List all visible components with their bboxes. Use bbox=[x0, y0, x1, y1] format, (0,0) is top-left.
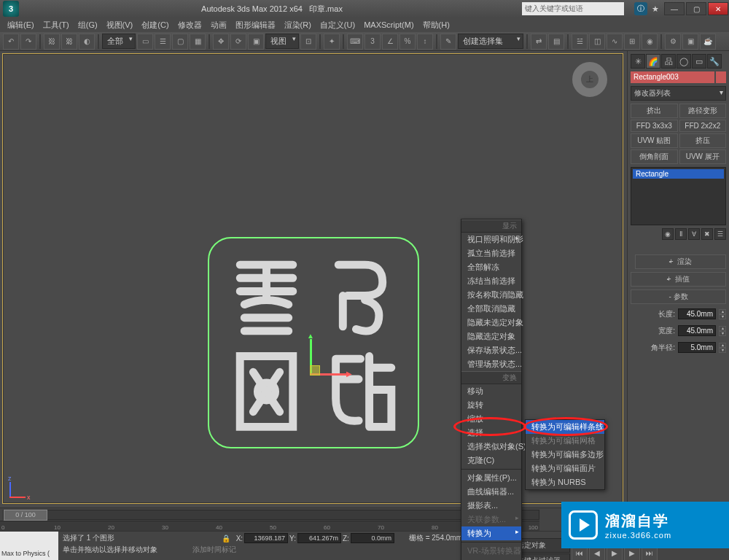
rollout-render[interactable]: +渲染 bbox=[635, 254, 726, 269]
remove-modifier-icon[interactable]: ✖ bbox=[701, 228, 713, 240]
percent-snap-button[interactable]: % bbox=[399, 34, 416, 50]
menu-tools[interactable]: 工具(T) bbox=[40, 18, 72, 32]
select-rotate-button[interactable]: ⟳ bbox=[230, 34, 246, 50]
material-editor-button[interactable]: ◉ bbox=[642, 34, 658, 50]
info-center-icon[interactable]: ⓘ bbox=[634, 2, 647, 15]
menu-views[interactable]: 视图(V) bbox=[104, 18, 136, 32]
spinner-down-icon[interactable]: ▾ bbox=[719, 314, 726, 319]
menu-customize[interactable]: 自定义(U) bbox=[317, 18, 358, 32]
rollout-parameters[interactable]: 参数 bbox=[631, 289, 726, 304]
snap-toggle-3[interactable]: 3 bbox=[364, 34, 381, 50]
cm-freeze-selection[interactable]: 冻结当前选择 bbox=[461, 274, 521, 288]
cm-unhide-all[interactable]: 全部取消隐藏 bbox=[461, 302, 521, 316]
menu-help[interactable]: 帮助(H) bbox=[420, 18, 453, 32]
cm-select-similar[interactable]: 选择类似对象(S) bbox=[461, 440, 521, 454]
window-crossing-button[interactable]: ▦ bbox=[190, 34, 206, 50]
cm-convert-nurbs[interactable]: 转换为 NURBS bbox=[526, 475, 604, 489]
cm-move[interactable]: 移动 bbox=[461, 384, 521, 398]
stack-item-rectangle[interactable]: Rectangle bbox=[633, 169, 724, 179]
coord-x-input[interactable]: 13698.187 bbox=[244, 533, 288, 543]
rendered-frame-button[interactable]: ▣ bbox=[682, 34, 698, 50]
bind-spacewarp-button[interactable]: ◐ bbox=[79, 34, 95, 50]
time-slider[interactable]: 0 / 100 bbox=[3, 510, 539, 520]
menu-create[interactable]: 创建(C) bbox=[139, 18, 171, 32]
selection-filter-dropdown[interactable]: 全部 bbox=[102, 34, 136, 49]
object-name-field[interactable]: Rectangle003 bbox=[631, 71, 714, 83]
cm-convert-editable-spline[interactable]: 转换为可编辑样条线 bbox=[526, 420, 604, 434]
btn-squeeze[interactable]: 挤压 bbox=[679, 133, 727, 148]
cm-wire-params[interactable]: 关联参数... bbox=[461, 513, 521, 526]
maxscript-listener[interactable]: Max to Physics ( bbox=[0, 532, 58, 560]
gizmo-xy-plane[interactable] bbox=[310, 365, 320, 376]
pin-stack-icon[interactable]: ◉ bbox=[662, 228, 674, 240]
show-end-result-icon[interactable]: Ⅱ bbox=[675, 228, 687, 240]
cm-scale[interactable]: 缩放 bbox=[461, 412, 521, 426]
modify-tab-icon[interactable]: 🌈 bbox=[646, 54, 660, 69]
btn-uvwmap[interactable]: UVW 贴图 bbox=[631, 133, 678, 148]
select-by-name-button[interactable]: ☰ bbox=[155, 34, 171, 50]
cm-object-props[interactable]: 对象属性(P)... bbox=[461, 471, 521, 485]
menu-modifiers[interactable]: 修改器 bbox=[175, 18, 205, 32]
app-icon[interactable]: 3 bbox=[3, 1, 19, 17]
cm-clone[interactable]: 克隆(C) bbox=[461, 454, 521, 467]
motion-tab-icon[interactable]: ◯ bbox=[677, 54, 691, 69]
btn-unwrap[interactable]: UVW 展开 bbox=[679, 149, 727, 164]
modifier-list-dropdown[interactable]: 修改器列表 bbox=[631, 86, 726, 101]
viewcube[interactable] bbox=[572, 62, 607, 97]
cm-convert-editable-patch[interactable]: 转换为可编辑面片 bbox=[526, 462, 604, 475]
link-button[interactable]: ⛓ bbox=[44, 34, 60, 50]
redo-button[interactable]: ↷ bbox=[20, 34, 36, 50]
cm-save-scene-state[interactable]: 保存场景状态... bbox=[461, 343, 521, 357]
cm-curve-editor[interactable]: 曲线编辑器... bbox=[461, 485, 521, 499]
select-object-button[interactable]: ▭ bbox=[137, 34, 153, 50]
render-button[interactable]: ☕ bbox=[700, 34, 716, 50]
cm-isolate-selection[interactable]: 孤立当前选择 bbox=[461, 246, 521, 260]
cm-dope-sheet[interactable]: 摄影表... bbox=[461, 499, 521, 513]
cm-unfreeze-all[interactable]: 全部解冻 bbox=[461, 260, 521, 274]
menu-edit[interactable]: 编辑(E) bbox=[4, 18, 37, 32]
spinner-snap-button[interactable]: ↕ bbox=[417, 34, 433, 50]
time-slider-thumb[interactable]: 0 / 100 bbox=[4, 510, 47, 521]
cm-viewport-lighting[interactable]: 视口照明和阴影 bbox=[461, 233, 521, 246]
cm-convert-to[interactable]: 转换为 bbox=[461, 526, 521, 540]
make-unique-icon[interactable]: ∀ bbox=[688, 228, 700, 240]
transform-gizmo[interactable] bbox=[310, 332, 354, 376]
configure-sets-icon[interactable]: ☰ bbox=[714, 228, 726, 240]
spinner-up-icon[interactable]: ▴ bbox=[719, 309, 726, 314]
select-region-button[interactable]: ▢ bbox=[172, 34, 188, 50]
coord-z-input[interactable]: 0.0mm bbox=[351, 533, 394, 543]
minimize-button[interactable]: — bbox=[664, 2, 685, 15]
undo-button[interactable]: ↶ bbox=[3, 34, 19, 50]
cm-hide-unselected[interactable]: 隐藏未选定对象 bbox=[461, 316, 521, 330]
menu-rendering[interactable]: 渲染(R) bbox=[281, 18, 314, 32]
help-search-input[interactable]: 键入关键字或短语 bbox=[522, 2, 624, 15]
btn-ffd2[interactable]: FFD 2x2x2 bbox=[679, 120, 727, 132]
cm-vr-scene-converter[interactable]: VR-场景转换器 bbox=[461, 544, 521, 558]
menu-animation[interactable]: 动画 bbox=[208, 18, 230, 32]
time-ruler[interactable]: 0 10 20 30 40 50 60 70 80 90 100 bbox=[0, 521, 539, 531]
keyboard-shortcut-button[interactable]: ⌨ bbox=[347, 34, 363, 50]
selection-lock-icon[interactable]: 🔒 bbox=[222, 534, 230, 542]
edit-selection-set-button[interactable]: ✎ bbox=[440, 34, 456, 50]
param-width-input[interactable]: 45.0mm bbox=[678, 325, 716, 336]
close-button[interactable]: ✕ bbox=[708, 2, 728, 15]
star-icon[interactable]: ★ bbox=[652, 4, 659, 14]
render-setup-button[interactable]: ⚙ bbox=[665, 34, 681, 50]
select-move-button[interactable]: ✥ bbox=[213, 34, 229, 50]
layers-button[interactable]: ☱ bbox=[572, 34, 588, 50]
angle-snap-button[interactable]: ∠ bbox=[382, 34, 398, 50]
btn-extrude[interactable]: 挤出 bbox=[631, 104, 678, 118]
btn-bevelprofile[interactable]: 倒角剖面 bbox=[631, 149, 678, 164]
unlink-button[interactable]: ⛓̸ bbox=[61, 34, 77, 50]
cm-manage-scene-state[interactable]: 管理场景状态... bbox=[461, 357, 521, 371]
mirror-button[interactable]: ⇄ bbox=[531, 34, 547, 50]
coord-y-input[interactable]: 641.267m bbox=[297, 533, 341, 543]
schematic-view-button[interactable]: ⊞ bbox=[624, 34, 640, 50]
cm-select[interactable]: 选择 bbox=[461, 426, 521, 440]
param-radius-input[interactable]: 5.0mm bbox=[678, 342, 716, 353]
cm-hide-selection[interactable]: 隐藏选定对象 bbox=[461, 330, 521, 343]
curve-editor-button[interactable]: ∿ bbox=[607, 34, 623, 50]
menu-group[interactable]: 组(G) bbox=[75, 18, 101, 32]
graphite-button[interactable]: ◫ bbox=[589, 34, 605, 50]
utilities-tab-icon[interactable]: 🔧 bbox=[707, 54, 722, 69]
